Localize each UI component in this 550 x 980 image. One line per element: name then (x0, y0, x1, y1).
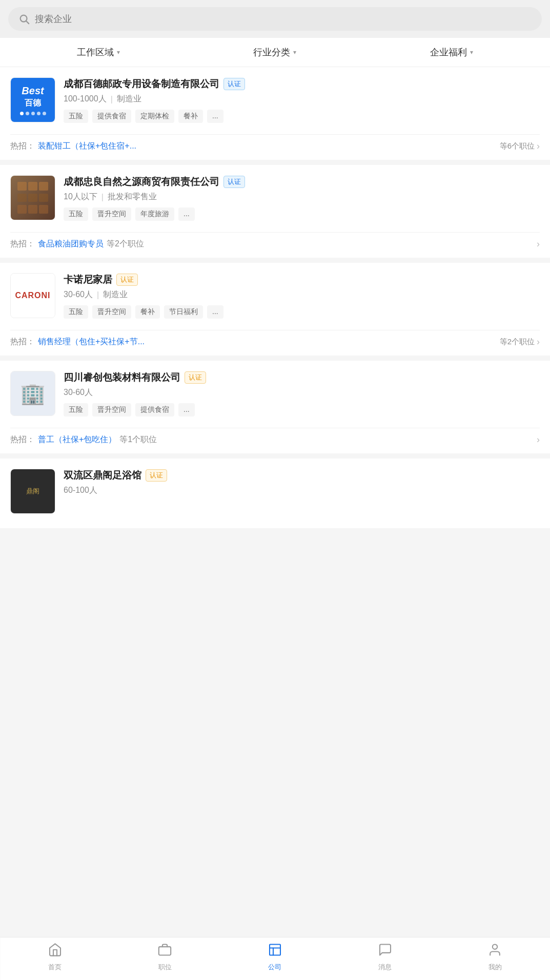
tag-more-2: ... (178, 207, 195, 221)
verified-badge-dingge: 认证 (146, 469, 167, 482)
nav-label-mine: 我的 (488, 963, 502, 972)
tag-promotion-2: 晋升空间 (92, 305, 131, 319)
verified-badge-baide: 认证 (223, 78, 245, 90)
company-icon (268, 943, 282, 961)
hot-job-baide[interactable]: 装配钳工（社保+包住宿+... (38, 141, 136, 152)
company-header-ruichuang: 🏢 四川睿创包装材料有限公司 认证 30-60人 五险 晋升空间 提供食宿 ..… (10, 371, 540, 422)
hot-job-count-caroni: 等2个职位 › (500, 337, 540, 347)
company-header-dingge: 鼎阁 双流区鼎阁足浴馆 认证 60-100人 (10, 469, 540, 514)
mine-icon (488, 943, 502, 961)
company-info-caroni: 卡诺尼家居 认证 30-60人 | 制造业 五险 晋升空间 餐补 节日福利 ..… (64, 273, 540, 324)
filter-work-area-label: 工作区域 (77, 46, 114, 58)
meta-divider-3: | (97, 290, 99, 300)
company-card-dingge[interactable]: 鼎阁 双流区鼎阁足浴馆 认证 60-100人 (0, 458, 550, 528)
company-info-ruichuang: 四川睿创包装材料有限公司 认证 30-60人 五险 晋升空间 提供食宿 ... (64, 371, 540, 422)
company-header-caroni: CARONI 卡诺尼家居 认证 30-60人 | 制造业 五险 晋升空间 餐补 … (10, 273, 540, 324)
svg-line-1 (26, 21, 29, 24)
arrow-right-zhongliang: › (537, 239, 540, 249)
filter-welfare-arrow: ▾ (470, 49, 473, 56)
messages-icon (378, 943, 392, 961)
search-icon (18, 13, 30, 25)
hot-jobs-row-caroni[interactable]: 热招： 销售经理（包住+买社保+节... 等2个职位 › (10, 330, 540, 347)
hot-jobs-row-ruichuang[interactable]: 热招： 普工（社保+包吃住） 等1个职位 › (10, 428, 540, 445)
tag-wuxian-3: 五险 (64, 305, 88, 319)
company-logo-zhongliang (10, 175, 55, 220)
tags-row-zhongliang: 五险 晋升空间 年度旅游 ... (64, 207, 540, 221)
company-name-row-zhongliang: 成都忠良自然之源商贸有限责任公司 认证 (64, 175, 540, 189)
company-logo-ruichuang: 🏢 (10, 371, 55, 416)
company-industry-caroni: 制造业 (103, 289, 128, 300)
tag-wuxian-2: 五险 (64, 207, 88, 221)
company-list: Best 百德 成都百德邮政专用设备制造有限公司 认证 (0, 67, 550, 528)
nav-item-home[interactable]: 首页 (0, 943, 110, 972)
arrow-right-baide: › (537, 141, 540, 152)
home-icon (48, 943, 62, 961)
verified-badge-ruichuang: 认证 (185, 371, 206, 384)
hot-job-ruichuang[interactable]: 普工（社保+包吃住） (38, 434, 116, 445)
company-name-zhongliang: 成都忠良自然之源商贸有限责任公司 (64, 175, 219, 189)
company-logo-dingge: 鼎阁 (10, 469, 55, 514)
tag-medical: 定期体检 (135, 110, 174, 123)
hot-label-baide: 热招： (10, 141, 35, 152)
tag-travel: 年度旅游 (135, 207, 174, 221)
hot-jobs-row-baide[interactable]: 热招： 装配钳工（社保+包住宿+... 等6个职位 › (10, 134, 540, 152)
company-logo-baide: Best 百德 (10, 77, 55, 122)
company-card-zhongliang[interactable]: 成都忠良自然之源商贸有限责任公司 认证 10人以下 | 批发和零售业 五险 晋升… (0, 165, 550, 258)
hot-job-caroni[interactable]: 销售经理（包住+买社保+节... (38, 337, 145, 347)
company-meta-baide: 100-1000人 | 制造业 (64, 94, 540, 105)
arrow-right-ruichuang: › (537, 434, 540, 445)
meta-divider-2: | (101, 193, 104, 202)
logo-baide-text: 百德 (25, 98, 41, 109)
company-info-baide: 成都百德邮政专用设备制造有限公司 认证 100-1000人 | 制造业 五险 提… (64, 77, 540, 128)
company-header-zhongliang: 成都忠良自然之源商贸有限责任公司 认证 10人以下 | 批发和零售业 五险 晋升… (10, 175, 540, 226)
jobs-icon (158, 943, 172, 961)
company-industry-baide: 制造业 (117, 94, 141, 105)
company-meta-ruichuang: 30-60人 (64, 387, 540, 398)
nav-item-mine[interactable]: 我的 (440, 943, 550, 972)
tag-promotion-3: 晋升空间 (92, 403, 131, 416)
nav-item-company[interactable]: 公司 (220, 943, 330, 972)
hot-job-extra-ruichuang: 等1个职位 (119, 434, 157, 445)
hot-jobs-row-zhongliang[interactable]: 热招： 食品粮油团购专员 等2个职位 › (10, 232, 540, 249)
tags-row-ruichuang: 五险 晋升空间 提供食宿 ... (64, 403, 540, 416)
filter-industry-label: 行业分类 (253, 46, 290, 58)
meta-divider: | (111, 95, 113, 104)
company-size-ruichuang: 30-60人 (64, 387, 93, 398)
nav-item-jobs[interactable]: 职位 (110, 943, 220, 972)
company-name-ruichuang: 四川睿创包装材料有限公司 (64, 371, 180, 384)
hot-job-zhongliang[interactable]: 食品粮油团购专员 (38, 239, 104, 249)
filter-industry[interactable]: 行业分类 ▾ (187, 46, 363, 58)
company-industry-zhongliang: 批发和零售业 (108, 192, 157, 202)
bottom-nav: 首页 职位 公司 消息 (0, 937, 550, 980)
tag-holiday: 节日福利 (164, 305, 203, 319)
company-card-caroni[interactable]: CARONI 卡诺尼家居 认证 30-60人 | 制造业 五险 晋升空间 餐补 … (0, 263, 550, 356)
hot-label-caroni: 热招： (10, 337, 35, 347)
company-name-row-baide: 成都百德邮政专用设备制造有限公司 认证 (64, 77, 540, 91)
caroni-logo-text: CARONI (15, 291, 50, 300)
tag-food: 提供食宿 (92, 110, 131, 123)
company-name-caroni: 卡诺尼家居 (64, 273, 112, 286)
company-name-row-ruichuang: 四川睿创包装材料有限公司 认证 (64, 371, 540, 384)
company-name-row-caroni: 卡诺尼家居 认证 (64, 273, 540, 286)
company-size-caroni: 30-60人 (64, 289, 93, 300)
company-meta-dingge: 60-100人 (64, 485, 540, 496)
verified-badge-caroni: 认证 (116, 274, 138, 286)
company-logo-caroni: CARONI (10, 273, 55, 318)
filter-work-area-arrow: ▾ (117, 49, 120, 56)
search-input[interactable] (35, 14, 532, 25)
search-input-wrapper[interactable] (8, 7, 542, 31)
tag-more-3: ... (207, 305, 223, 319)
logo-best-text: Best (22, 85, 44, 97)
company-name-baide: 成都百德邮政专用设备制造有限公司 (64, 77, 219, 91)
company-card-ruichuang[interactable]: 🏢 四川睿创包装材料有限公司 认证 30-60人 五险 晋升空间 提供食宿 ..… (0, 361, 550, 453)
company-card-baide[interactable]: Best 百德 成都百德邮政专用设备制造有限公司 认证 (0, 67, 550, 160)
arrow-right-caroni: › (537, 337, 540, 347)
search-bar (0, 0, 550, 38)
filter-welfare[interactable]: 企业福利 ▾ (363, 46, 540, 58)
company-info-zhongliang: 成都忠良自然之源商贸有限责任公司 认证 10人以下 | 批发和零售业 五险 晋升… (64, 175, 540, 226)
verified-badge-zhongliang: 认证 (223, 176, 245, 188)
tag-meal-2: 餐补 (135, 305, 160, 319)
nav-item-messages[interactable]: 消息 (330, 943, 440, 972)
filter-work-area[interactable]: 工作区域 ▾ (10, 46, 187, 58)
nav-label-company: 公司 (268, 963, 281, 972)
